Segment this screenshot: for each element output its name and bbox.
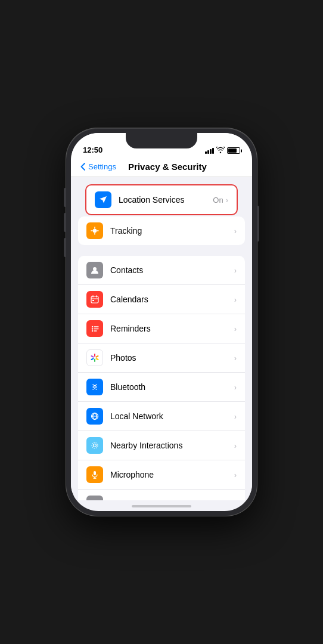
calendars-label: Calendars <box>110 295 234 304</box>
back-chevron-icon <box>80 163 85 171</box>
status-time: 12:50 <box>83 145 103 154</box>
contacts-icon <box>86 262 103 278</box>
svg-point-8 <box>92 328 93 329</box>
bluetooth-icon <box>86 379 103 395</box>
microphone-svg-icon <box>92 470 98 479</box>
wifi-icon <box>216 147 225 154</box>
location-arrow-icon <box>99 196 107 204</box>
reminders-icon <box>86 320 103 337</box>
back-label: Settings <box>88 162 116 171</box>
svg-point-13 <box>94 357 96 359</box>
location-services-value: On <box>213 196 223 205</box>
signal-icon <box>205 147 214 154</box>
local-network-label: Local Network <box>110 411 234 421</box>
svg-rect-6 <box>92 300 94 301</box>
tracking-icon <box>86 222 103 239</box>
phone-device: 12:50 <box>66 128 257 516</box>
notch <box>126 133 197 148</box>
home-indicator <box>132 505 191 507</box>
bluetooth-row[interactable]: Bluetooth › <box>78 373 245 402</box>
contacts-label: Contacts <box>110 265 234 275</box>
location-services-row[interactable]: Location Services On › <box>85 184 238 215</box>
location-services-label: Location Services <box>119 195 213 205</box>
speech-chevron-icon: › <box>234 500 237 501</box>
back-button[interactable]: Settings <box>80 162 116 171</box>
status-icons <box>205 147 240 154</box>
photos-row[interactable]: Photos › <box>78 343 245 373</box>
nearby-interactions-row[interactable]: Nearby Interactions › <box>78 431 245 460</box>
tracking-group: Tracking › <box>78 216 245 245</box>
speech-recognition-icon <box>86 496 103 500</box>
microphone-chevron-icon: › <box>234 470 237 479</box>
reminders-chevron-icon: › <box>234 324 237 333</box>
tracking-chevron-icon: › <box>234 227 237 236</box>
speech-recognition-row[interactable]: Speech Recognition › <box>78 490 245 500</box>
svg-rect-2 <box>91 296 98 303</box>
microphone-label: Microphone <box>110 470 234 479</box>
nearby-svg-icon <box>91 441 99 450</box>
main-settings-group: Contacts › Calendars <box>78 256 245 500</box>
local-network-row[interactable]: Local Network › <box>78 402 245 431</box>
nearby-chevron-icon: › <box>234 441 237 450</box>
reminders-row[interactable]: Reminders › <box>78 314 245 343</box>
photos-svg-icon <box>90 353 100 363</box>
page-title: Privacy & Security <box>116 162 219 172</box>
tracking-label: Tracking <box>110 226 234 236</box>
microphone-row[interactable]: Microphone › <box>78 460 245 490</box>
navigation-bar: Settings Privacy & Security <box>71 158 252 177</box>
calendars-icon <box>86 291 103 308</box>
reminders-svg-icon <box>91 324 99 333</box>
local-network-chevron-icon: › <box>234 412 237 421</box>
photos-label: Photos <box>110 353 234 363</box>
svg-point-9 <box>92 330 93 332</box>
photos-icon <box>86 349 103 366</box>
nearby-interactions-icon <box>86 437 103 454</box>
bluetooth-chevron-icon: › <box>234 383 237 392</box>
local-network-icon <box>86 408 103 425</box>
location-services-wrapper: Location Services On › <box>78 184 245 215</box>
photos-chevron-icon: › <box>234 354 237 363</box>
bluetooth-svg-icon <box>92 383 98 391</box>
svg-point-16 <box>94 444 97 447</box>
speech-recognition-label: Speech Recognition <box>110 499 234 500</box>
microphone-icon <box>86 466 103 483</box>
local-network-svg-icon <box>91 412 99 420</box>
svg-point-0 <box>93 229 97 233</box>
svg-point-17 <box>92 442 98 448</box>
calendars-row[interactable]: Calendars › <box>78 285 245 314</box>
phone-screen: 12:50 <box>71 133 252 511</box>
tracking-row[interactable]: Tracking › <box>78 216 245 245</box>
calendars-chevron-icon: › <box>234 295 237 304</box>
contacts-row[interactable]: Contacts › <box>78 256 245 285</box>
location-chevron-icon: › <box>226 196 228 205</box>
calendars-svg-icon <box>91 295 99 304</box>
contacts-svg-icon <box>91 266 99 274</box>
tracking-arrow-icon <box>91 227 99 235</box>
contacts-chevron-icon: › <box>234 266 237 275</box>
location-services-icon <box>95 191 111 208</box>
settings-content: Location Services On › Tracking › <box>71 177 252 500</box>
bluetooth-label: Bluetooth <box>110 382 234 392</box>
svg-point-7 <box>92 326 93 327</box>
reminders-label: Reminders <box>110 324 234 333</box>
nearby-interactions-label: Nearby Interactions <box>110 441 234 450</box>
battery-icon <box>227 147 240 154</box>
svg-rect-18 <box>94 471 96 475</box>
